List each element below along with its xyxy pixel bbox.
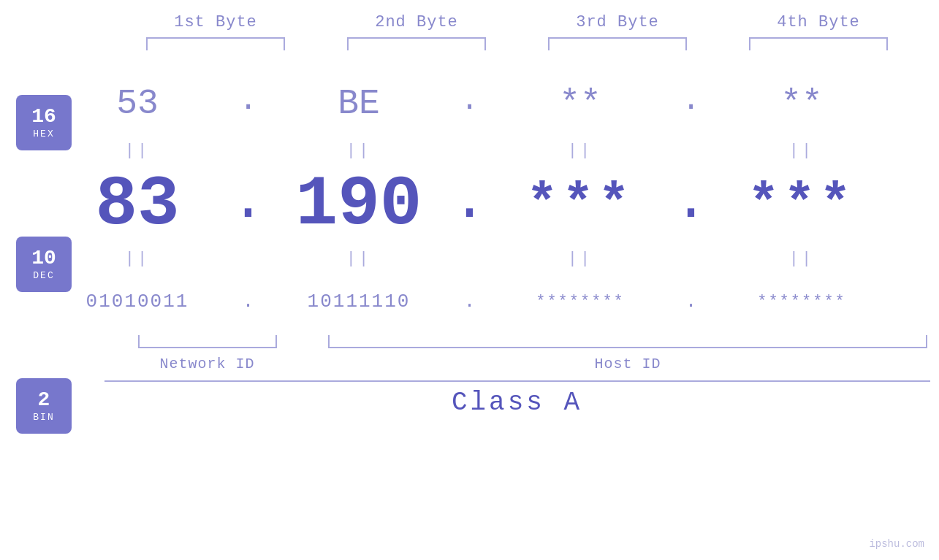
equals-7: || bbox=[480, 250, 681, 268]
bin-value-1: 01010011 bbox=[86, 291, 189, 312]
equals-8: || bbox=[702, 250, 902, 268]
bracket-cell-1 bbox=[115, 37, 316, 50]
byte-labels-row: 1st Byte 2nd Byte 3rd Byte 4th Byte bbox=[0, 0, 939, 31]
dec-value-2: 190 bbox=[296, 165, 422, 245]
dec-cell-2: 190 bbox=[259, 165, 460, 245]
bin-cell-2: 10111110 bbox=[259, 291, 460, 312]
top-bracket-4 bbox=[749, 37, 888, 50]
left-badges: 16 HEX 10 DEC 2 BIN bbox=[16, 95, 72, 434]
dec-value-1: 83 bbox=[95, 165, 179, 245]
hex-cell-1: 53 bbox=[37, 84, 238, 123]
hex-cell-4: ** bbox=[702, 84, 902, 123]
bin-value-4: ******** bbox=[757, 293, 846, 311]
badge-hex-label: HEX bbox=[33, 129, 54, 139]
hex-dot-1: . bbox=[238, 83, 259, 124]
main-container: 1st Byte 2nd Byte 3rd Byte 4th Byte 16 H… bbox=[0, 0, 939, 560]
dec-value-3: *** bbox=[526, 174, 634, 234]
dec-value-4: *** bbox=[748, 174, 856, 234]
bin-row: 01010011 . 10111110 . ******** . *******… bbox=[37, 272, 902, 331]
bottom-brackets-container bbox=[12, 335, 927, 348]
hex-value-4: ** bbox=[780, 84, 823, 123]
dec-dot-2: . bbox=[460, 168, 480, 242]
equals-4: || bbox=[702, 142, 902, 160]
badge-dec-number: 10 bbox=[31, 248, 56, 270]
class-label: Class A bbox=[104, 382, 930, 418]
bin-dot-1: . bbox=[238, 291, 259, 312]
hex-value-3: ** bbox=[559, 84, 601, 123]
bin-cell-4: ******** bbox=[702, 293, 902, 311]
hex-value-2: BE bbox=[338, 84, 380, 123]
badge-bin: 2 BIN bbox=[16, 378, 72, 434]
equals-2: || bbox=[259, 142, 460, 160]
bracket-cell-3 bbox=[517, 37, 718, 50]
equals-3: || bbox=[480, 142, 681, 160]
top-bracket-2 bbox=[347, 37, 486, 50]
id-labels-row: Network ID Host ID bbox=[12, 348, 927, 379]
host-id-label: Host ID bbox=[328, 356, 927, 372]
top-bracket-3 bbox=[548, 37, 687, 50]
bottom-bracket-network bbox=[138, 335, 277, 348]
badge-dec: 10 DEC bbox=[16, 237, 72, 292]
watermark: ipshu.com bbox=[869, 538, 924, 550]
byte-label-1: 1st Byte bbox=[115, 13, 316, 31]
byte-label-4: 4th Byte bbox=[718, 13, 919, 31]
hex-dot-3: . bbox=[681, 83, 702, 124]
top-bracket-1 bbox=[146, 37, 285, 50]
bin-dot-2: . bbox=[460, 291, 480, 312]
hex-cell-2: BE bbox=[259, 84, 460, 123]
dec-cell-3: *** bbox=[480, 174, 681, 234]
hex-value-1: 53 bbox=[116, 84, 159, 123]
bin-dot-3: . bbox=[681, 291, 702, 312]
equals-row-2: || || || || bbox=[37, 245, 902, 272]
bracket-cell-4 bbox=[718, 37, 919, 50]
bracket-cell-2 bbox=[316, 37, 517, 50]
equals-row-1: || || || || bbox=[37, 137, 902, 164]
equals-6: || bbox=[259, 250, 460, 268]
hex-cell-3: ** bbox=[480, 84, 681, 123]
bin-value-3: ******** bbox=[536, 293, 625, 311]
dec-cell-4: *** bbox=[702, 174, 902, 234]
badge-dec-label: DEC bbox=[33, 270, 54, 281]
bin-cell-1: 01010011 bbox=[37, 291, 238, 312]
badge-bin-number: 2 bbox=[38, 389, 50, 412]
network-id-label: Network ID bbox=[107, 356, 308, 372]
byte-label-2: 2nd Byte bbox=[316, 13, 517, 31]
bin-value-2: 10111110 bbox=[308, 291, 411, 312]
class-row: Class A bbox=[104, 380, 930, 418]
bottom-bracket-host bbox=[328, 335, 927, 348]
dec-dot-1: . bbox=[238, 168, 259, 242]
network-bracket-wrapper bbox=[107, 335, 308, 348]
badge-bin-label: BIN bbox=[33, 412, 54, 423]
dec-dot-3: . bbox=[681, 168, 702, 242]
dec-row: 83 . 190 . *** . *** bbox=[37, 164, 902, 245]
dec-cell-1: 83 bbox=[37, 165, 238, 245]
hex-row: 53 . BE . ** . ** bbox=[37, 71, 902, 137]
hex-dot-2: . bbox=[460, 83, 480, 124]
top-brackets-row bbox=[0, 37, 939, 50]
byte-label-3: 3rd Byte bbox=[517, 13, 718, 31]
bin-cell-3: ******** bbox=[480, 293, 681, 311]
